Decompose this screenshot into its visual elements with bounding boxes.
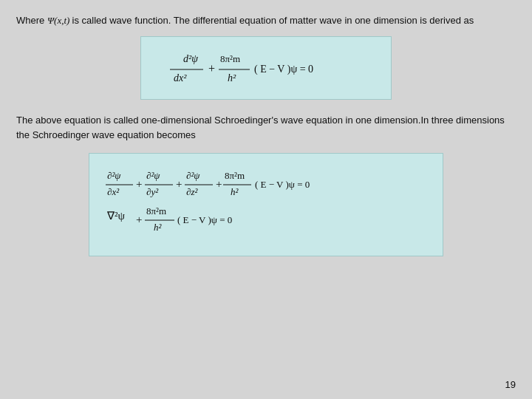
svg-text:∂²ψ: ∂²ψ (186, 170, 200, 181)
equation-box-2: ∂²ψ ∂x² + ∂²ψ ∂y² + ∂²ψ ∂z² + 8π²m h² ( … (89, 153, 443, 256)
intro-paragraph: Where Ψ(x,t) is called wave function. Th… (16, 13, 516, 29)
svg-text:d²ψ: d²ψ (183, 53, 198, 64)
svg-text:8π²m: 8π²m (220, 53, 240, 64)
second-text-content: The above equation is called one-dimensi… (16, 115, 505, 140)
svg-text:dx²: dx² (174, 72, 187, 83)
svg-text:∂z²: ∂z² (186, 186, 198, 197)
svg-text:h²: h² (231, 186, 239, 197)
svg-text:8π²m: 8π²m (225, 170, 245, 181)
second-paragraph: The above equation is called one-dimensi… (16, 113, 516, 143)
equation-1-svg: d²ψ dx² + 8π²m h² ( E − V )ψ = 0 (163, 46, 369, 90)
svg-text:+: + (136, 214, 142, 225)
equation-2-svg: ∂²ψ ∂x² + ∂²ψ ∂y² + ∂²ψ ∂z² + 8π²m h² ( … (103, 164, 429, 245)
svg-text:h²: h² (228, 72, 236, 83)
svg-text:∂y²: ∂y² (146, 186, 159, 197)
svg-text:8π²m: 8π²m (146, 205, 166, 216)
page-content: Where Ψ(x,t) is called wave function. Th… (0, 0, 532, 268)
svg-text:∂x²: ∂x² (107, 186, 120, 197)
svg-text:+: + (208, 62, 215, 75)
svg-text:∂²ψ: ∂²ψ (107, 170, 121, 181)
equation-box-1: d²ψ dx² + 8π²m h² ( E − V )ψ = 0 (140, 36, 392, 100)
svg-text:∂²ψ: ∂²ψ (146, 170, 160, 181)
svg-text:+: + (136, 178, 142, 190)
svg-text:( E − V )ψ  =  0: ( E − V )ψ = 0 (177, 214, 232, 225)
svg-text:( E − V )ψ  =  0: ( E − V )ψ = 0 (254, 64, 313, 75)
svg-text:h²: h² (154, 222, 163, 233)
intro-text-rest: is called wave function. The differentia… (72, 15, 474, 26)
svg-text:+: + (176, 178, 182, 190)
svg-text:( E − V )ψ  =  0: ( E − V )ψ = 0 (255, 179, 310, 190)
svg-text:∇²ψ: ∇²ψ (106, 210, 125, 222)
svg-text:+: + (216, 178, 222, 190)
psi-symbol: Ψ(x,t) (47, 15, 72, 26)
page-number: 19 (505, 379, 516, 390)
intro-text-where: Where (16, 15, 44, 26)
